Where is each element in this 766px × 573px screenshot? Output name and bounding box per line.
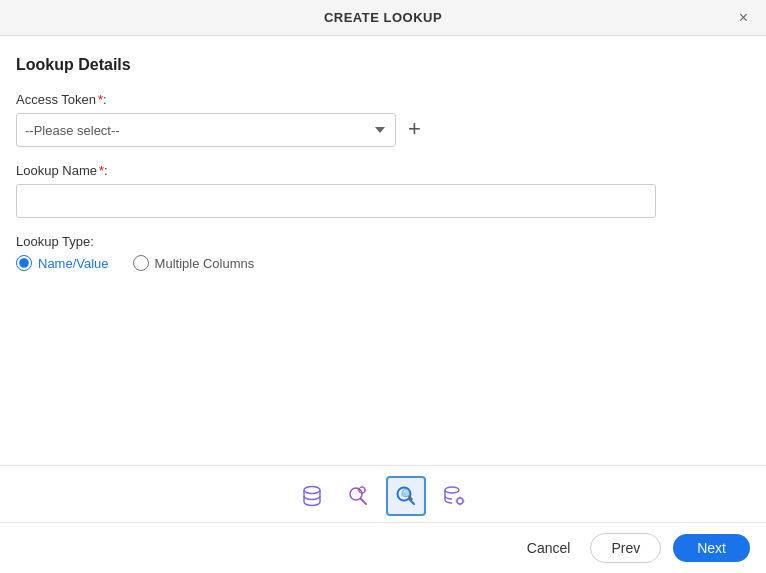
next-button[interactable]: Next — [673, 534, 750, 562]
svg-line-2 — [361, 499, 367, 505]
radio-name-value[interactable]: Name/Value — [16, 255, 109, 271]
radio-multiple-columns-label: Multiple Columns — [155, 256, 255, 271]
create-lookup-dialog: CREATE LOOKUP × Lookup Details Access To… — [0, 0, 766, 573]
access-token-select[interactable]: --Please select-- — [16, 113, 396, 147]
search-settings-icon-button[interactable] — [340, 478, 376, 514]
search-active-icon: 🔍 — [392, 482, 420, 510]
svg-point-12 — [445, 487, 459, 493]
search-settings-icon — [344, 482, 372, 510]
dialog-body: Lookup Details Access Token*: --Please s… — [0, 36, 766, 465]
radio-name-value-input[interactable] — [16, 255, 32, 271]
data-settings-icon-button[interactable] — [436, 478, 472, 514]
lookup-name-label: Lookup Name*: — [16, 163, 750, 178]
lookup-type-label: Lookup Type: — [16, 234, 750, 249]
access-token-colon: : — [103, 92, 107, 107]
add-access-token-button[interactable]: + — [404, 118, 425, 140]
radio-multiple-columns-input[interactable] — [133, 255, 149, 271]
database-icon — [298, 482, 326, 510]
dialog-title: CREATE LOOKUP — [324, 10, 442, 25]
radio-multiple-columns[interactable]: Multiple Columns — [133, 255, 255, 271]
search-active-icon-button[interactable]: 🔍 — [386, 476, 426, 516]
lookup-type-group: Lookup Type: Name/Value Multiple Columns — [16, 234, 750, 271]
dialog-header: CREATE LOOKUP × — [0, 0, 766, 36]
lookup-name-input[interactable] — [16, 184, 656, 218]
footer-icons: 🔍 — [0, 465, 766, 522]
lookup-name-group: Lookup Name*: — [16, 163, 750, 218]
radio-name-value-label: Name/Value — [38, 256, 109, 271]
access-token-row: --Please select-- + — [16, 113, 750, 147]
lookup-type-radio-group: Name/Value Multiple Columns — [16, 255, 750, 271]
svg-text:🔍: 🔍 — [401, 488, 414, 501]
lookup-name-colon: : — [104, 163, 108, 178]
cancel-button[interactable]: Cancel — [519, 536, 579, 560]
close-button[interactable]: × — [733, 8, 754, 28]
svg-point-0 — [304, 487, 320, 494]
data-settings-icon — [440, 482, 468, 510]
svg-point-13 — [457, 498, 463, 504]
footer-actions: Cancel Prev Next — [0, 522, 766, 573]
lookup-type-colon: : — [90, 234, 94, 249]
database-icon-button[interactable] — [294, 478, 330, 514]
access-token-label: Access Token*: — [16, 92, 750, 107]
prev-button[interactable]: Prev — [590, 533, 661, 563]
section-title: Lookup Details — [16, 56, 750, 74]
access-token-group: Access Token*: --Please select-- + — [16, 92, 750, 147]
